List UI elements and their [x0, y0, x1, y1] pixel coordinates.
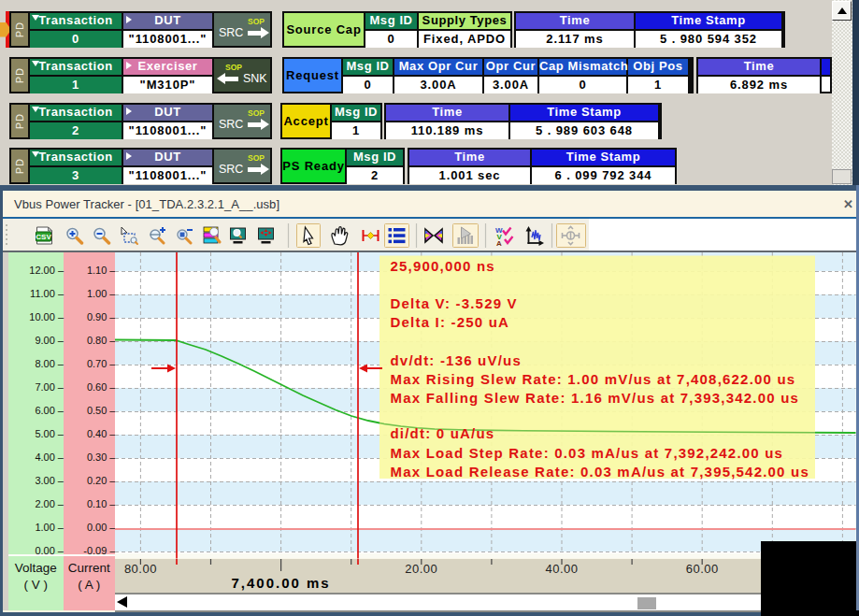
- svg-text:Max Load Release Rate: 0.03 mA: Max Load Release Rate: 0.03 mA/us at 7,3…: [391, 464, 809, 480]
- svg-text:Delta I: -250 uA: Delta I: -250 uA: [391, 314, 510, 330]
- svg-text:Max Load Step Rate: 0.03 mA/us: Max Load Step Rate: 0.03 mA/us at 7,392,…: [391, 445, 784, 461]
- svg-text:Delta V: -3.529 V: Delta V: -3.529 V: [391, 295, 518, 311]
- svg-text:Max Rising Slew Rate: 1.00 mV/: Max Rising Slew Rate: 1.00 mV/us at 7,40…: [391, 371, 796, 387]
- svg-text:40.00: 40.00: [545, 562, 578, 576]
- svg-text:di/dt: 0 uA/us: di/dt: 0 uA/us: [391, 425, 495, 441]
- svg-text:CSV: CSV: [36, 232, 51, 240]
- svg-text:20.00: 20.00: [405, 562, 437, 576]
- svg-text:80.00: 80.00: [124, 562, 157, 576]
- svg-text:7,400.00 ms: 7,400.00 ms: [231, 575, 330, 591]
- svg-text:60.00: 60.00: [686, 562, 719, 576]
- svg-text:25,900,000 ns: 25,900,000 ns: [391, 258, 495, 274]
- svg-text:dv/dt: -136 uV/us: dv/dt: -136 uV/us: [391, 352, 522, 368]
- svg-text:A: A: [496, 238, 502, 247]
- svg-text:Max Falling Slew Rate: 1.16 mV: Max Falling Slew Rate: 1.16 mV/us at 7,3…: [391, 390, 800, 406]
